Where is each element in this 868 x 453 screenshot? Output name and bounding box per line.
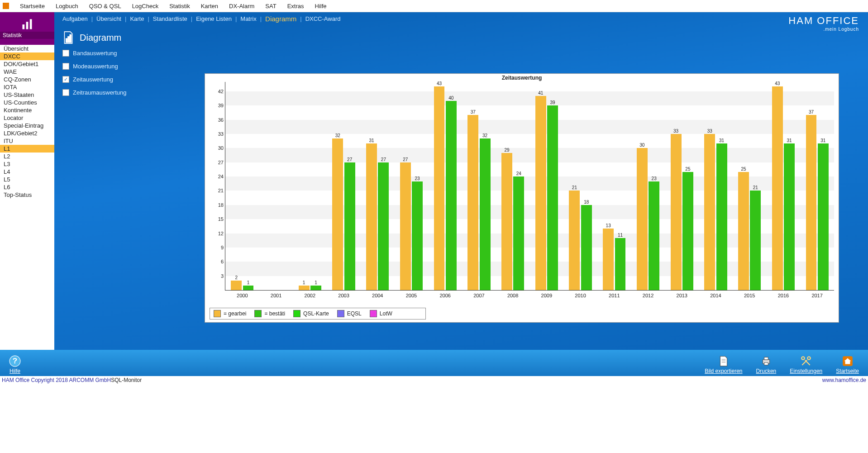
- x-category: 2011: [609, 293, 620, 298]
- sidebar-item-kontinente[interactable]: Kontinente: [0, 106, 54, 114]
- subtab-matrix[interactable]: Matrix: [240, 15, 256, 22]
- bar-bestätigt: [818, 143, 829, 290]
- legend-item: = bestäti: [254, 310, 285, 317]
- help-button[interactable]: ? Hilfe: [9, 355, 21, 374]
- bar-gearbeitet: [332, 138, 343, 290]
- bar-gearbeitet: [603, 229, 614, 290]
- sidebar-item-l3[interactable]: L3: [0, 160, 54, 168]
- sidebar-item-topstatus[interactable]: Top-Status: [0, 191, 54, 199]
- option-zeitauswertung[interactable]: Zeitauswertung: [62, 76, 137, 83]
- bar-bestätigt: [716, 143, 727, 290]
- svg-point-15: [808, 357, 811, 360]
- sidebar-item-locator[interactable]: Locator: [0, 114, 54, 122]
- sidebar-item-l6[interactable]: L6: [0, 183, 54, 191]
- x-category: 2001: [271, 293, 281, 298]
- sidebar-item-usstaaten[interactable]: US-Staaten: [0, 91, 54, 99]
- bar-gearbeitet: [671, 134, 682, 290]
- bar-bestätigt: [547, 105, 558, 290]
- subtab-eigenelisten[interactable]: Eigene Listen: [196, 15, 232, 22]
- website-link[interactable]: www.hamoffice.de: [822, 377, 866, 383]
- sidebar-item-ldkgebiet2[interactable]: LDK/Gebiet2: [0, 129, 54, 137]
- sidebar-item-dokgebiet1[interactable]: DOK/Gebiet1: [0, 60, 54, 68]
- bar-bestätigt: [750, 191, 761, 290]
- print-button[interactable]: Drucken: [756, 355, 777, 374]
- x-category: 2005: [406, 293, 417, 298]
- bar-chart-icon: [62, 31, 74, 44]
- svg-rect-13: [764, 362, 768, 365]
- checkbox-icon[interactable]: [62, 50, 69, 57]
- subtab-diagramm[interactable]: Diagramm: [265, 15, 296, 23]
- bar-gearbeitet: [434, 86, 445, 290]
- bar-gearbeitet: [806, 115, 817, 290]
- sidebar-item-l4[interactable]: L4: [0, 168, 54, 176]
- bar-gearbeitet: [637, 148, 648, 290]
- option-zeitraumauswertung[interactable]: Zeitraumauswertung: [62, 89, 137, 96]
- svg-rect-10: [722, 362, 726, 362]
- svg-rect-4: [68, 37, 69, 43]
- topmenu-extras[interactable]: Extras: [287, 3, 304, 10]
- topmenu-hilfe[interactable]: Hilfe: [315, 3, 327, 10]
- brand: HAM OFFICE .mein Logbuch: [788, 15, 859, 32]
- settings-button[interactable]: Einstellungen: [790, 355, 822, 374]
- legend-item: EQSL: [337, 310, 362, 317]
- chart-container: Zeitauswertung 3691215182124273033363942…: [205, 73, 839, 323]
- sidebar-item-specialeintrag[interactable]: Special-Eintrag: [0, 122, 54, 129]
- checkbox-icon[interactable]: [62, 63, 69, 70]
- sidebar-item-wae[interactable]: WAE: [0, 68, 54, 76]
- printer-icon: [760, 355, 772, 367]
- bar-bestätigt: [243, 286, 254, 290]
- topmenu-dxalarm[interactable]: DX-Alarm: [229, 3, 254, 10]
- svg-text:?: ?: [13, 356, 18, 365]
- sidebar-item-itu[interactable]: ITU: [0, 137, 54, 145]
- x-category: 2017: [811, 293, 822, 298]
- bar-bestätigt: [480, 138, 491, 290]
- x-category: 2002: [305, 293, 315, 298]
- topmenu-logcheck[interactable]: LogCheck: [132, 3, 159, 10]
- topmenu-sat[interactable]: SAT: [265, 3, 276, 10]
- svg-rect-8: [722, 359, 726, 360]
- topmenu-statistik[interactable]: Statistik: [169, 3, 190, 10]
- sidebar-item-bersicht[interactable]: Übersicht: [0, 45, 54, 52]
- sidebar-item-l5[interactable]: L5: [0, 176, 54, 183]
- sidebar-item-cqzonen[interactable]: CQ-Zonen: [0, 76, 54, 83]
- legend-item: LotW: [370, 310, 392, 317]
- home-button[interactable]: Startseite: [836, 355, 859, 374]
- sidebar-item-l2[interactable]: L2: [0, 153, 54, 160]
- x-category: 2000: [237, 293, 248, 298]
- bar-bestätigt: [446, 101, 457, 290]
- svg-point-14: [802, 357, 805, 360]
- svg-rect-0: [23, 24, 25, 29]
- page-title-row: Diagramm: [54, 25, 868, 50]
- export-image-button[interactable]: Bild exportieren: [705, 355, 742, 374]
- subtab-dxccaward[interactable]: DXCC-Award: [305, 15, 341, 22]
- bar-bestätigt: [649, 181, 659, 290]
- sidebar-item-l1[interactable]: L1: [0, 145, 54, 153]
- subtab-karte[interactable]: Karte: [130, 15, 144, 22]
- topmenu-qsoqsl[interactable]: QSO & QSL: [89, 3, 121, 10]
- bar-gearbeitet: [704, 134, 715, 290]
- checkbox-icon[interactable]: [62, 76, 69, 83]
- subtab-bersicht[interactable]: Übersicht: [96, 15, 121, 22]
- sidebar-item-dxcc[interactable]: DXCC: [0, 52, 54, 60]
- bar-bestätigt: [682, 172, 693, 290]
- option-modeauswertung[interactable]: Modeauswertung: [62, 63, 137, 70]
- bar-bestätigt: [615, 238, 626, 290]
- option-bandauswertung[interactable]: Bandauswertung: [62, 50, 137, 57]
- legend-item: = gearbei: [214, 310, 246, 317]
- x-category: 2008: [507, 293, 518, 298]
- topmenu-startseite[interactable]: Startseite: [20, 3, 45, 10]
- subtab-aufgaben[interactable]: Aufgaben: [62, 15, 88, 22]
- bar-gearbeitet: [738, 172, 749, 290]
- sidebar-item-uscounties[interactable]: US-Counties: [0, 99, 54, 106]
- chart-plot-area: 3691215182124273033363942200021200120021…: [225, 82, 834, 291]
- checkbox-icon[interactable]: [62, 89, 69, 96]
- subtab-standardliste[interactable]: Standardliste: [153, 15, 187, 22]
- topmenu-logbuch[interactable]: Logbuch: [56, 3, 78, 10]
- legend-swatch-icon: [214, 310, 221, 317]
- sidebar-item-iota[interactable]: IOTA: [0, 83, 54, 91]
- legend-swatch-icon: [337, 310, 344, 317]
- topmenu-karten[interactable]: Karten: [201, 3, 218, 10]
- bar-gearbeitet: [569, 191, 580, 290]
- bar-bestätigt: [581, 205, 592, 290]
- section-header: Statistik: [0, 12, 54, 45]
